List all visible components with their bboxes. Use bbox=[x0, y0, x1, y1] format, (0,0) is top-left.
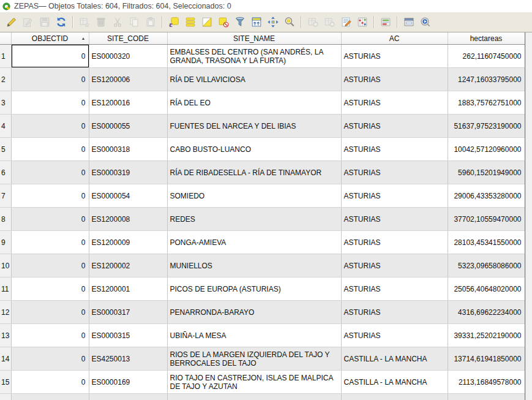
cell-objectid[interactable]: 0 bbox=[11, 394, 89, 400]
select-by-expression-button[interactable]: ε bbox=[167, 15, 181, 29]
row-number[interactable]: 10 bbox=[0, 254, 11, 277]
field-calculator-button[interactable] bbox=[339, 15, 353, 29]
cell-site-code[interactable]: ES0000169 bbox=[89, 371, 167, 394]
cell-objectid[interactable]: 0 bbox=[11, 277, 89, 301]
cell-ac[interactable]: ASTURIAS bbox=[341, 115, 448, 138]
cell-site-name[interactable]: FUENTES DEL NARCEA Y DEL IBIAS bbox=[167, 115, 341, 138]
cell-site-code[interactable]: ES1200006 bbox=[89, 68, 167, 91]
cell-site-code[interactable]: ES1200008 bbox=[89, 208, 167, 231]
row-number[interactable]: 9 bbox=[0, 231, 11, 254]
cell-objectid[interactable]: 0 bbox=[11, 208, 89, 231]
cell-hectareas[interactable]: 51637,97523190000 bbox=[448, 115, 525, 138]
cell-site-code[interactable]: ES0000317 bbox=[89, 301, 167, 324]
row-number[interactable]: 13 bbox=[0, 324, 11, 347]
cell-ac[interactable]: ASTURIAS bbox=[341, 324, 448, 347]
cell-site-name[interactable]: REDES bbox=[167, 208, 341, 231]
cell-hectareas[interactable]: 37702,10559470000 bbox=[448, 208, 525, 231]
row-number[interactable]: 4 bbox=[0, 115, 11, 138]
column-header-ac[interactable]: AC bbox=[341, 32, 448, 45]
cell-hectareas[interactable]: 28103,45341550000 bbox=[448, 231, 525, 254]
cell-ac[interactable]: ASTURIAS bbox=[341, 231, 448, 254]
row-number[interactable]: 11 bbox=[0, 277, 11, 301]
invert-selection-button[interactable] bbox=[200, 15, 214, 29]
cell-hectareas[interactable]: 39331,25202190000 bbox=[448, 324, 525, 347]
row-number[interactable]: 7 bbox=[0, 184, 11, 208]
cell-objectid[interactable]: 0 bbox=[11, 91, 89, 115]
row-number[interactable]: 5 bbox=[0, 138, 11, 161]
cell-objectid[interactable]: 0 bbox=[11, 115, 89, 138]
cell-objectid[interactable]: 0 bbox=[11, 138, 89, 161]
cell-ac[interactable]: ASTURIAS bbox=[341, 68, 448, 91]
row-number[interactable]: 3 bbox=[0, 91, 11, 115]
select-all-button[interactable] bbox=[183, 15, 198, 29]
row-number[interactable]: 2 bbox=[0, 68, 11, 91]
cell-site-code[interactable]: ES1200001 bbox=[89, 277, 167, 301]
cell-site-name[interactable]: SOMIEDO bbox=[167, 184, 341, 208]
cell-objectid[interactable]: 0 bbox=[11, 184, 89, 208]
column-header-site-name[interactable]: SITE_NAME bbox=[167, 32, 341, 45]
cell-site-name[interactable]: RÍA DEL EO bbox=[167, 91, 341, 115]
row-number[interactable]: 14 bbox=[0, 347, 11, 371]
row-number[interactable]: 6 bbox=[0, 161, 11, 184]
cell-hectareas[interactable]: 13714,61941850000 bbox=[448, 347, 525, 371]
row-number[interactable]: 12 bbox=[0, 301, 11, 324]
cell-site-code[interactable]: ES1200002 bbox=[89, 254, 167, 277]
column-header-objectid[interactable]: OBJECTID▲ bbox=[11, 32, 89, 45]
vertical-scrollbar[interactable] bbox=[525, 32, 532, 400]
cell-site-name[interactable]: RÍA DE RIBADESELLA - RÍA DE TINAMAYOR bbox=[167, 161, 341, 184]
select-by-form-button[interactable] bbox=[233, 15, 247, 29]
cell-hectareas[interactable]: 25056,40648020000 bbox=[448, 277, 525, 301]
row-number[interactable]: 1 bbox=[0, 45, 11, 68]
cell-site-code[interactable]: ES0000055 bbox=[89, 115, 167, 138]
feature-actions-button[interactable] bbox=[418, 15, 433, 29]
column-header-site-code[interactable]: SITE_CODE bbox=[89, 32, 167, 45]
cell-ac[interactable]: CASTILLA - LA MANCHA bbox=[341, 371, 448, 394]
deselect-all-button[interactable] bbox=[216, 15, 231, 29]
dock-attribute-table-button[interactable] bbox=[402, 15, 416, 29]
cell-site-code[interactable]: ES0000320 bbox=[89, 45, 167, 68]
cell-ac[interactable]: ASTURIAS bbox=[341, 161, 448, 184]
cell-site-name[interactable]: RÍA DE VILLAVICIOSA bbox=[167, 68, 341, 91]
cell-site-code[interactable]: ES0000054 bbox=[89, 184, 167, 208]
cell-hectareas[interactable]: 2113,16849578000 bbox=[448, 371, 525, 394]
cell-site-name[interactable]: PONGA-AMIEVA bbox=[167, 231, 341, 254]
cell-objectid[interactable]: 0 bbox=[11, 231, 89, 254]
move-selection-to-top-button[interactable] bbox=[249, 15, 264, 29]
cell-objectid[interactable]: 0 bbox=[11, 68, 89, 91]
cell-site-code[interactable]: ES0000319 bbox=[89, 161, 167, 184]
cell-site-code[interactable]: ES4250013 bbox=[89, 347, 167, 371]
cell-site-name[interactable]: EMBALSES DEL CENTRO (SAN ANDRÉS, LA GRAN… bbox=[167, 45, 341, 68]
cell-ac[interactable]: CASTILLA - LA MANCHA bbox=[341, 347, 448, 371]
cell-site-code[interactable]: ES0000315 bbox=[89, 324, 167, 347]
cell-site-name[interactable]: CARRIZALES Y SOTOS DEL JARAMA Y TAJO bbox=[167, 394, 341, 400]
cell-hectareas[interactable]: 1883,75762751000 bbox=[448, 91, 525, 115]
cell-site-code[interactable]: ES0000438 bbox=[89, 394, 167, 400]
pan-to-selection-button[interactable] bbox=[266, 15, 280, 29]
cell-site-name[interactable]: UBIÑA-LA MESA bbox=[167, 324, 341, 347]
cell-site-code[interactable]: ES1200009 bbox=[89, 231, 167, 254]
cell-objectid[interactable]: 0 bbox=[11, 371, 89, 394]
conditional-formatting-button[interactable] bbox=[355, 15, 370, 29]
cell-ac[interactable]: ASTURIAS bbox=[341, 208, 448, 231]
cell-site-code[interactable]: ES1200016 bbox=[89, 91, 167, 115]
reload-table-button[interactable] bbox=[54, 15, 69, 29]
table-view-settings-button[interactable] bbox=[378, 15, 393, 29]
cell-ac[interactable]: ASTURIAS bbox=[341, 254, 448, 277]
cell-objectid[interactable]: 0 bbox=[11, 45, 89, 68]
cell-site-name[interactable]: PICOS DE EUROPA (ASTURIAS) bbox=[167, 277, 341, 301]
cell-objectid[interactable]: 0 bbox=[11, 161, 89, 184]
row-number[interactable]: 16 bbox=[0, 394, 11, 400]
cell-hectareas[interactable]: 974,77040162100 bbox=[448, 394, 525, 400]
corner-header[interactable] bbox=[0, 32, 11, 45]
cell-hectareas[interactable]: 5323,09658086000 bbox=[448, 254, 525, 277]
cell-site-code[interactable]: ES0000318 bbox=[89, 138, 167, 161]
cell-ac[interactable]: CASTILLA - LA MANCHA bbox=[341, 394, 448, 400]
cell-ac[interactable]: ASTURIAS bbox=[341, 301, 448, 324]
cell-hectareas[interactable]: 29006,43353280000 bbox=[448, 184, 525, 208]
cell-hectareas[interactable]: 262,11607450000 bbox=[448, 45, 525, 68]
cell-ac[interactable]: ASTURIAS bbox=[341, 277, 448, 301]
cell-objectid[interactable]: 0 bbox=[11, 254, 89, 277]
toggle-editing-button[interactable] bbox=[4, 15, 19, 29]
cell-hectareas[interactable]: 1247,16033795000 bbox=[448, 68, 525, 91]
cell-ac[interactable]: ASTURIAS bbox=[341, 45, 448, 68]
